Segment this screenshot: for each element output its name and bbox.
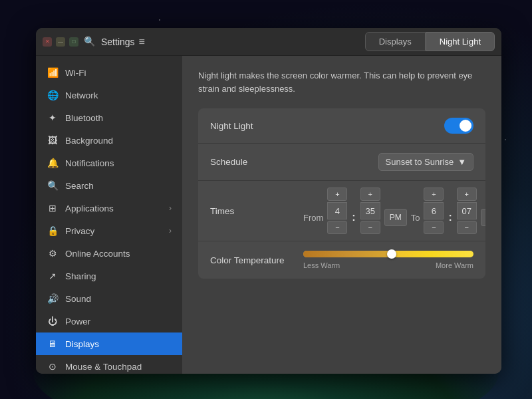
- sidebar-label-applications: Applications: [65, 203, 114, 213]
- to-minute-value: 07: [457, 202, 477, 219]
- sidebar-label-displays: Displays: [65, 339, 99, 349]
- minimize-button[interactable]: —: [56, 37, 65, 47]
- bluetooth-icon: ✦: [47, 112, 59, 123]
- sidebar-label-search: Search: [65, 181, 94, 191]
- times-container: From + 4 − : + 35 −: [303, 188, 485, 234]
- content-area: 📶 Wi-Fi 🌐 Network ✦ Bluetooth 🖼 Backgrou…: [36, 56, 501, 374]
- displays-icon: 🖥: [47, 338, 59, 349]
- sidebar-item-wifi[interactable]: 📶 Wi-Fi: [36, 61, 182, 84]
- chevron-right-icon: ›: [169, 203, 172, 213]
- color-temperature-label: Color Temperature: [210, 255, 303, 265]
- chevron-right-icon-privacy: ›: [169, 226, 172, 235]
- sidebar-item-background[interactable]: 🖼 Background: [36, 129, 182, 152]
- from-minute-spinbox: + 35 −: [360, 188, 380, 234]
- sidebar-item-mouse-touchpad[interactable]: ⊙ Mouse & Touchpad: [36, 355, 182, 374]
- color-temperature-row: Color Temperature Less Warm More Warm: [198, 241, 485, 279]
- sidebar-item-privacy[interactable]: 🔒 Privacy ›: [36, 219, 182, 242]
- from-minute-down-button[interactable]: −: [360, 221, 380, 234]
- power-icon: ⏻: [47, 316, 59, 327]
- tab-night-light[interactable]: Night Light: [426, 32, 495, 51]
- times-label: Times: [210, 188, 303, 216]
- tab-displays[interactable]: Displays: [365, 32, 426, 51]
- to-label: To: [411, 200, 420, 223]
- sidebar-item-search[interactable]: 🔍 Search: [36, 174, 182, 197]
- background-icon: 🖼: [47, 135, 59, 146]
- wifi-icon: 📶: [47, 67, 59, 78]
- window-controls: ✕ — □: [43, 37, 78, 47]
- sidebar-item-network[interactable]: 🌐 Network: [36, 84, 182, 106]
- to-hour-up-button[interactable]: +: [424, 188, 444, 201]
- maximize-button[interactable]: □: [69, 37, 78, 47]
- titlebar: ✕ — □ 🔍 Settings ≡ Displays Night Light: [36, 28, 501, 56]
- sidebar-item-notifications[interactable]: 🔔 Notifications: [36, 152, 182, 174]
- chevron-down-icon: ▼: [458, 157, 466, 167]
- temperature-slider-wrap: [303, 251, 473, 257]
- from-label: From: [303, 200, 323, 223]
- schedule-row: Schedule Sunset to Sunrise ▼: [198, 144, 485, 181]
- mouse-icon: ⊙: [47, 361, 59, 372]
- sidebar-item-bluetooth[interactable]: ✦ Bluetooth: [36, 106, 182, 129]
- times-row: Times From + 4 − : +: [198, 181, 485, 241]
- to-hour-value: 6: [424, 202, 444, 219]
- sidebar-label-privacy: Privacy: [65, 226, 94, 236]
- tab-bar: Displays Night Light: [365, 32, 495, 51]
- to-minute-down-button[interactable]: −: [457, 221, 477, 234]
- sidebar-item-displays[interactable]: 🖥 Displays: [36, 332, 182, 355]
- privacy-icon: 🔒: [47, 225, 59, 236]
- sidebar-label-sound: Sound: [65, 294, 91, 304]
- temperature-slider-thumb[interactable]: [387, 249, 396, 259]
- from-hour-spinbox: + 4 −: [327, 188, 347, 234]
- search-icon: 🔍: [47, 180, 59, 191]
- to-minute-up-button[interactable]: +: [457, 188, 477, 201]
- from-ampm-button[interactable]: PM: [384, 209, 407, 226]
- sidebar-label-wifi: Wi-Fi: [65, 68, 86, 78]
- sidebar-label-network: Network: [65, 90, 98, 100]
- night-light-toggle[interactable]: [444, 118, 473, 134]
- to-minute-spinbox: + 07 −: [457, 188, 477, 234]
- from-hour-up-button[interactable]: +: [327, 188, 347, 201]
- sharing-icon: ↗: [47, 271, 59, 281]
- to-hour-down-button[interactable]: −: [424, 221, 444, 234]
- more-warm-label: More Warm: [436, 261, 473, 269]
- temperature-slider-fill: [303, 251, 392, 257]
- from-minute-up-button[interactable]: +: [360, 188, 380, 201]
- close-button[interactable]: ✕: [43, 37, 52, 47]
- applications-icon: ⊞: [47, 203, 59, 213]
- settings-card: Night Light Schedule Sunset to Sunrise ▼…: [198, 108, 485, 279]
- sidebar-item-sharing[interactable]: ↗ Sharing: [36, 265, 182, 287]
- night-light-description: Night light makes the screen color warme…: [198, 69, 485, 95]
- sidebar-item-sound[interactable]: 🔊 Sound: [36, 287, 182, 310]
- to-ampm-button[interactable]: AM: [481, 209, 485, 226]
- schedule-dropdown[interactable]: Sunset to Sunrise ▼: [378, 153, 474, 171]
- less-warm-label: Less Warm: [303, 261, 340, 269]
- time-colon-2: :: [448, 198, 452, 223]
- sidebar-item-power[interactable]: ⏻ Power: [36, 310, 182, 332]
- sidebar-label-sharing: Sharing: [65, 271, 96, 281]
- sidebar: 📶 Wi-Fi 🌐 Network ✦ Bluetooth 🖼 Backgrou…: [36, 56, 182, 374]
- sidebar-item-online-accounts[interactable]: ⚙ Online Accounts: [36, 242, 182, 265]
- sidebar-item-applications[interactable]: ⊞ Applications ›: [36, 197, 182, 219]
- to-hour-spinbox: + 6 −: [424, 188, 444, 234]
- search-icon[interactable]: 🔍: [84, 36, 96, 48]
- sound-icon: 🔊: [47, 293, 59, 304]
- sidebar-label-background: Background: [65, 136, 113, 146]
- sidebar-label-online-accounts: Online Accounts: [65, 249, 130, 259]
- time-colon-1: :: [352, 198, 355, 223]
- temperature-slider-track[interactable]: [303, 251, 473, 257]
- sidebar-label-notifications: Notifications: [65, 158, 114, 168]
- sidebar-label-bluetooth: Bluetooth: [65, 113, 103, 123]
- night-light-label: Night Light: [210, 121, 303, 131]
- night-light-row: Night Light: [198, 108, 485, 144]
- temperature-slider-container: Less Warm More Warm: [303, 251, 473, 269]
- main-panel: Night light makes the screen color warme…: [182, 56, 501, 374]
- window-title: Settings: [101, 37, 135, 47]
- schedule-value: Sunset to Sunrise: [386, 157, 454, 167]
- from-hour-value: 4: [327, 202, 347, 219]
- sidebar-label-mouse-touchpad: Mouse & Touchpad: [65, 362, 142, 372]
- online-accounts-icon: ⚙: [47, 248, 59, 259]
- network-icon: 🌐: [47, 90, 59, 100]
- from-hour-down-button[interactable]: −: [327, 221, 347, 234]
- from-minute-value: 35: [360, 202, 380, 219]
- menu-icon[interactable]: ≡: [139, 36, 145, 48]
- notifications-icon: 🔔: [47, 158, 59, 168]
